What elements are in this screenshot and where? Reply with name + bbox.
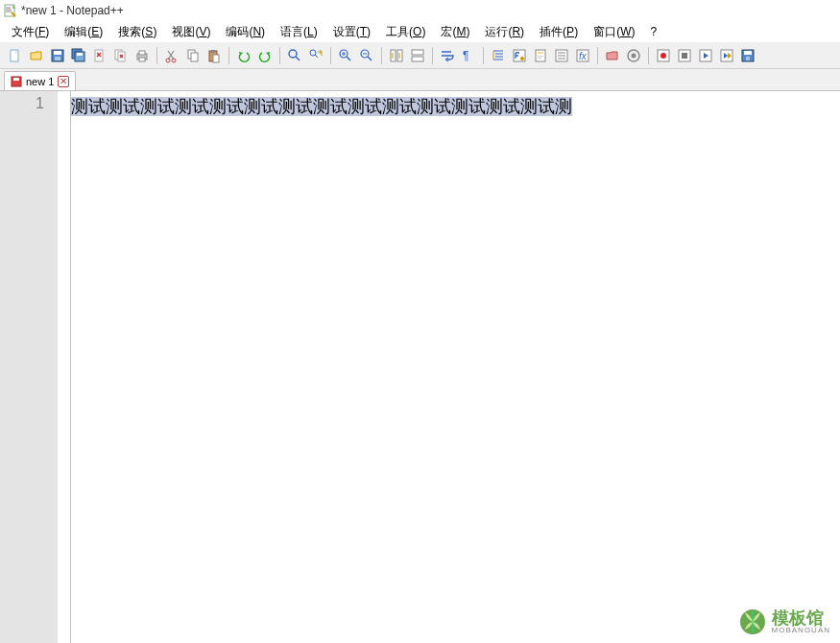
folder-workspace-icon[interactable] — [603, 46, 622, 65]
svg-point-21 — [289, 50, 297, 58]
menu-search[interactable]: 搜索(S) — [110, 22, 164, 42]
record-macro-icon[interactable] — [654, 46, 673, 65]
editor-area: 1 测试测试测试测试测试测试测试测试测试测试测试测试测试测试测 — [0, 90, 840, 643]
app-icon — [4, 4, 17, 17]
separator-icon — [330, 47, 331, 64]
user-lang-icon[interactable] — [510, 46, 529, 65]
svg-point-40 — [632, 53, 636, 58]
watermark-logo-icon — [739, 608, 766, 635]
play-macro-icon[interactable] — [696, 46, 715, 65]
tab-new-1[interactable]: new 1 ✕ — [4, 71, 76, 90]
stop-macro-icon[interactable] — [675, 46, 694, 65]
separator-icon — [156, 47, 157, 64]
watermark: 模板馆 MOBANGUAN — [739, 608, 830, 635]
svg-text:fx: fx — [579, 51, 588, 61]
find-icon[interactable] — [285, 46, 304, 65]
cut-icon[interactable] — [162, 46, 181, 65]
menu-file[interactable]: 文件(F) — [4, 22, 57, 42]
sync-v-icon[interactable] — [387, 46, 406, 65]
svg-point-31 — [520, 57, 524, 60]
tab-close-icon[interactable]: ✕ — [58, 76, 69, 87]
separator-icon — [279, 47, 280, 64]
svg-rect-20 — [213, 55, 219, 62]
svg-rect-34 — [538, 56, 543, 57]
svg-rect-12 — [139, 51, 145, 55]
menu-edit[interactable]: 编辑(E) — [57, 22, 110, 42]
menu-window[interactable]: 窗口(W) — [586, 22, 642, 42]
separator-icon — [648, 47, 649, 64]
close-icon[interactable] — [90, 46, 109, 65]
window-title: *new 1 - Notepad++ — [21, 4, 124, 17]
line-number-gutter: 1 — [0, 91, 58, 643]
tab-modified-icon — [11, 76, 22, 87]
svg-rect-33 — [538, 52, 543, 54]
paste-icon[interactable] — [204, 46, 224, 65]
svg-rect-17 — [191, 53, 198, 61]
menu-run[interactable]: 运行(R) — [477, 22, 532, 42]
redo-icon[interactable] — [255, 46, 275, 65]
doc-list-icon[interactable] — [552, 46, 571, 65]
separator-icon — [597, 47, 598, 64]
word-wrap-icon[interactable] — [438, 46, 457, 65]
menu-plugins[interactable]: 插件(P) — [532, 22, 586, 42]
svg-rect-19 — [211, 50, 215, 53]
open-file-icon[interactable] — [27, 46, 46, 65]
doc-map-icon[interactable] — [531, 46, 550, 65]
zoom-out-icon[interactable] — [357, 46, 376, 65]
svg-rect-7 — [77, 53, 83, 56]
svg-rect-27 — [412, 50, 423, 55]
save-all-icon[interactable] — [69, 46, 88, 65]
zoom-in-icon[interactable] — [336, 46, 355, 65]
separator-icon — [228, 47, 229, 64]
separator-icon — [432, 47, 433, 64]
close-all-icon[interactable] — [111, 46, 131, 65]
watermark-text-cn: 模板馆 — [772, 609, 830, 627]
menu-view[interactable]: 视图(V) — [164, 22, 218, 42]
svg-rect-48 — [744, 51, 752, 55]
separator-icon — [483, 47, 484, 64]
svg-rect-13 — [139, 58, 145, 61]
indent-guide-icon[interactable] — [489, 46, 508, 65]
toolbar: ¶ fx — [0, 42, 840, 69]
menu-encoding[interactable]: 编码(N) — [218, 22, 273, 42]
svg-rect-28 — [412, 57, 423, 61]
replace-icon[interactable] — [306, 46, 325, 65]
title-bar: *new 1 - Notepad++ — [0, 0, 840, 21]
play-multi-icon[interactable] — [717, 46, 736, 65]
svg-rect-3 — [54, 51, 61, 55]
print-icon[interactable] — [132, 46, 152, 65]
menu-help[interactable]: ? — [642, 23, 664, 40]
text-view[interactable]: 测试测试测试测试测试测试测试测试测试测试测试测试测试测试测 — [71, 91, 840, 643]
menu-bar: 文件(F) 编辑(E) 搜索(S) 视图(V) 编码(N) 语言(L) 设置(T… — [0, 21, 840, 42]
svg-rect-35 — [538, 58, 541, 59]
tab-label: new 1 — [26, 76, 54, 87]
svg-rect-50 — [13, 78, 19, 81]
fold-margin[interactable] — [58, 91, 71, 643]
show-all-chars-icon[interactable]: ¶ — [459, 46, 478, 65]
selected-text[interactable]: 测试测试测试测试测试测试测试测试测试测试测试测试测试测试测 — [71, 97, 572, 116]
separator-icon — [381, 47, 382, 64]
watermark-text-en: MOBANGUAN — [772, 627, 830, 634]
line-number: 1 — [0, 95, 44, 112]
copy-icon[interactable] — [183, 46, 203, 65]
save-icon[interactable] — [48, 46, 67, 65]
save-macro-icon[interactable] — [738, 46, 757, 65]
new-file-icon[interactable] — [6, 46, 25, 65]
svg-rect-4 — [55, 57, 60, 60]
monitoring-icon[interactable] — [624, 46, 643, 65]
tab-bar: new 1 ✕ — [0, 69, 840, 90]
function-list-icon[interactable]: fx — [573, 46, 592, 65]
svg-point-42 — [660, 53, 666, 59]
menu-tools[interactable]: 工具(O) — [378, 22, 433, 42]
menu-language[interactable]: 语言(L) — [273, 22, 325, 42]
menu-macro[interactable]: 宏(M) — [433, 22, 477, 42]
svg-text:¶: ¶ — [463, 49, 468, 62]
undo-icon[interactable] — [234, 46, 253, 65]
menu-settings[interactable]: 设置(T) — [325, 22, 378, 42]
sync-h-icon[interactable] — [408, 46, 427, 65]
svg-rect-44 — [682, 53, 687, 59]
